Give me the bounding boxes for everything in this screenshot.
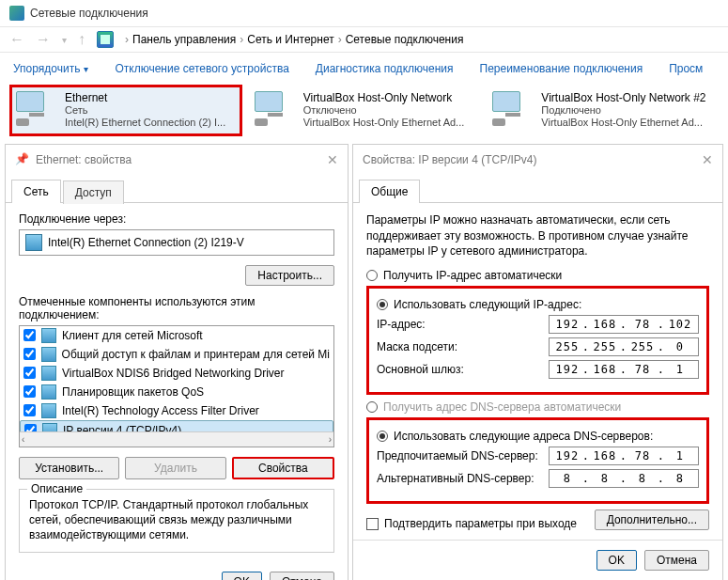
breadcrumb-item[interactable]: Панель управления xyxy=(132,33,236,46)
breadcrumb-item[interactable]: Сеть и Интернет xyxy=(247,33,333,46)
description-title: Описание xyxy=(27,482,86,495)
adapter-vbox2[interactable]: VirtualBox Host-Only Network #2 Подключе… xyxy=(486,85,719,136)
component-checkbox[interactable] xyxy=(23,385,36,398)
advanced-button[interactable]: Дополнительно... xyxy=(595,509,709,530)
network-connections-icon xyxy=(9,6,24,21)
ip-label: IP-адрес: xyxy=(377,318,539,331)
navbar: ← → ▾ ↑ › Панель управления › Сеть и Инт… xyxy=(0,27,728,53)
close-icon[interactable]: ✕ xyxy=(327,152,338,167)
ethernet-properties-dialog: 📌 Ethernet: свойства ✕ Сеть Доступ Подкл… xyxy=(5,144,349,580)
description-text: Протокол TCP/IP. Стандартный протокол гл… xyxy=(29,497,324,543)
manual-ip-block: Использовать следующий IP-адрес: IP-адре… xyxy=(366,286,709,395)
components-label: Отмеченные компоненты используются этим … xyxy=(19,295,334,321)
window-title: Сетевые подключения xyxy=(30,7,148,20)
install-button[interactable]: Установить... xyxy=(19,457,119,479)
adapter-status: Сеть xyxy=(65,104,236,116)
back-icon[interactable]: ← xyxy=(9,31,24,48)
scrollbar[interactable]: ‹› xyxy=(20,431,333,447)
radio-auto-dns: Получить адрес DNS-сервера автоматически xyxy=(366,400,709,414)
adapter-desc: VirtualBox Host-Only Ethernet Ad... xyxy=(303,116,474,130)
adapter-desc: VirtualBox Host-Only Ethernet Ad... xyxy=(541,116,712,130)
cancel-button[interactable]: Отмена xyxy=(644,550,709,571)
component-item[interactable]: Клиент для сетей Microsoft xyxy=(20,326,333,345)
connect-through-box: Intel(R) Ethernet Connection (2) I219-V xyxy=(19,229,334,256)
dialog-title: Ethernet: свойства xyxy=(36,153,132,166)
adapter-status: Подключено xyxy=(541,104,712,116)
adapter-icon xyxy=(16,91,57,125)
description-group: Описание Протокол TCP/IP. Стандартный пр… xyxy=(19,489,334,554)
adapter-ethernet[interactable]: Ethernet Сеть Intel(R) Ethernet Connecti… xyxy=(9,85,242,136)
nic-name: Intel(R) Ethernet Connection (2) I219-V xyxy=(48,236,244,249)
dns1-input[interactable]: 192.168.78.1 xyxy=(549,447,699,465)
component-checkbox[interactable] xyxy=(23,329,36,341)
component-icon xyxy=(41,384,56,400)
component-icon xyxy=(41,403,56,418)
component-checkbox[interactable] xyxy=(23,367,36,379)
ipv4-properties-dialog: Свойства: IP версии 4 (TCP/IPv4) ✕ Общие… xyxy=(352,144,723,580)
component-checkbox[interactable] xyxy=(23,348,36,360)
view-button[interactable]: Просм xyxy=(669,62,703,75)
component-item[interactable]: Планировщик пакетов QoS xyxy=(20,383,333,401)
component-item[interactable]: VirtualBox NDIS6 Bridged Networking Driv… xyxy=(20,364,333,383)
radio-manual-dns[interactable]: Использовать следующие адреса DNS-сервер… xyxy=(377,430,699,443)
mask-input[interactable]: 255.255.255.0 xyxy=(549,337,699,356)
gateway-input[interactable]: 192.168.78.1 xyxy=(549,360,699,379)
component-item[interactable]: Intel(R) Technology Access Filter Driver xyxy=(20,401,333,420)
component-item[interactable]: Общий доступ к файлам и принтерам для се… xyxy=(20,345,333,364)
control-panel-icon xyxy=(97,31,114,48)
diagnose-button[interactable]: Диагностика подключения xyxy=(316,62,454,75)
rename-button[interactable]: Переименование подключения xyxy=(480,62,643,75)
adapter-name: VirtualBox Host-Only Network xyxy=(303,91,474,104)
tab-access[interactable]: Доступ xyxy=(63,180,124,204)
configure-button[interactable]: Настроить... xyxy=(245,265,334,286)
info-text: Параметры IP можно назначать автоматичес… xyxy=(366,212,709,259)
dns2-input[interactable]: 8.8.8.8 xyxy=(549,469,699,488)
dns2-label: Альтернативный DNS-сервер: xyxy=(377,472,539,485)
dialog-title: Свойства: IP версии 4 (TCP/IPv4) xyxy=(363,153,537,166)
ok-button[interactable]: OK xyxy=(596,550,637,571)
checkbox-icon[interactable] xyxy=(366,518,379,530)
manual-dns-block: Использовать следующие адреса DNS-сервер… xyxy=(366,417,709,504)
adapter-name: VirtualBox Host-Only Network #2 xyxy=(541,91,712,104)
close-icon[interactable]: ✕ xyxy=(702,152,713,167)
tabs: Сеть Доступ xyxy=(6,179,348,203)
component-icon xyxy=(41,328,56,343)
radio-icon[interactable] xyxy=(366,270,378,281)
up-icon[interactable]: ↑ xyxy=(78,31,85,48)
nic-icon xyxy=(25,234,42,251)
breadcrumb[interactable]: › Панель управления › Сеть и Интернет › … xyxy=(125,33,463,46)
adapter-vbox1[interactable]: VirtualBox Host-Only Network Отключено V… xyxy=(248,85,481,136)
radio-icon[interactable] xyxy=(377,299,388,310)
command-bar: Упорядочить ▾ Отключение сетевого устрой… xyxy=(0,53,728,85)
adapter-icon xyxy=(492,91,534,125)
dns1-label: Предпочитаемый DNS-сервер: xyxy=(377,449,539,462)
component-icon xyxy=(41,347,56,362)
adapter-status: Отключено xyxy=(303,104,474,116)
history-dropdown-icon[interactable]: ▾ xyxy=(62,35,67,45)
properties-button[interactable]: Свойства xyxy=(232,457,334,479)
breadcrumb-item[interactable]: Сетевые подключения xyxy=(346,33,464,46)
adapter-name: Ethernet xyxy=(65,91,236,104)
radio-auto-ip[interactable]: Получить IP-адрес автоматически xyxy=(366,269,709,282)
disable-device-button[interactable]: Отключение сетевого устройства xyxy=(115,62,288,75)
radio-icon[interactable] xyxy=(377,431,388,442)
pin-icon: 📌 xyxy=(15,152,30,167)
ok-button[interactable]: OK xyxy=(222,572,262,580)
forward-icon[interactable]: → xyxy=(36,31,51,48)
organize-button[interactable]: Упорядочить ▾ xyxy=(13,62,88,75)
component-checkbox[interactable] xyxy=(23,404,36,416)
remove-button[interactable]: Удалить xyxy=(125,457,225,479)
tab-network[interactable]: Сеть xyxy=(11,180,61,203)
titlebar: Сетевые подключения xyxy=(0,0,728,27)
adapter-icon xyxy=(255,91,296,125)
component-icon xyxy=(41,366,56,381)
ip-input[interactable]: 192.168.78.102 xyxy=(549,315,699,334)
gateway-label: Основной шлюз: xyxy=(377,363,539,376)
radio-manual-ip[interactable]: Использовать следующий IP-адрес: xyxy=(377,298,699,311)
components-list[interactable]: Клиент для сетей Microsoft Общий доступ … xyxy=(19,325,334,447)
radio-icon xyxy=(366,401,378,413)
mask-label: Маска подсети: xyxy=(377,340,539,353)
cancel-button[interactable]: Отмена xyxy=(270,572,334,580)
confirm-checkbox-row[interactable]: Подтвердить параметры при выходе xyxy=(366,517,577,530)
tab-general[interactable]: Общие xyxy=(359,180,420,203)
